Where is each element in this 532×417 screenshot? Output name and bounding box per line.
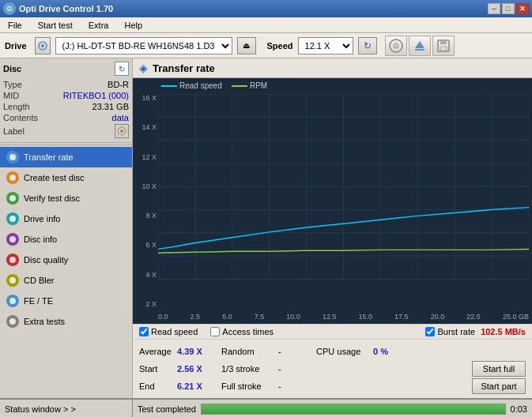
speed-refresh-button[interactable]: ↻	[358, 37, 377, 54]
svg-point-4	[395, 45, 397, 47]
svg-point-11	[120, 130, 123, 133]
svg-point-20	[9, 318, 16, 325]
svg-point-16	[9, 236, 16, 242]
menu-extra[interactable]: Extra	[84, 20, 114, 31]
nav-item-verify-test-disc[interactable]: Verify test disc	[0, 188, 132, 208]
nav-icon-4	[6, 233, 19, 246]
stroke13-value: -	[278, 364, 310, 374]
nav-label-4: Disc info	[24, 235, 57, 244]
nav-icon-1	[6, 171, 19, 184]
svg-rect-8	[440, 40, 447, 44]
svg-point-14	[9, 195, 16, 201]
disc-label-icon-button[interactable]	[115, 124, 129, 138]
title-bar: ⊙ Opti Drive Control 1.70 ─ □ ✕	[0, 0, 532, 17]
svg-point-19	[9, 298, 16, 304]
eject-button[interactable]: ⏏	[237, 37, 256, 54]
cb-burst-rate-input[interactable]	[425, 327, 435, 336]
nav-item-extra-tests[interactable]: Extra tests	[0, 311, 132, 332]
full-stroke-label: Full stroke	[215, 381, 278, 391]
stats-area: Average 4.39 X Random - CPU usage 0 % St…	[133, 340, 532, 398]
nav-icon-3	[6, 212, 19, 225]
speed-select[interactable]: 12.1 X	[298, 37, 353, 54]
disc-refresh-button[interactable]: ↻	[115, 62, 129, 76]
content-area: ◈ Transfer rate Read speed RPM 16 X 14 X	[133, 58, 532, 398]
cb-access-times-input[interactable]	[210, 327, 220, 336]
legend-read-label: Read speed	[179, 81, 222, 90]
menu-help[interactable]: Help	[119, 20, 147, 31]
disc-contents-label: Contents	[3, 113, 38, 122]
svg-marker-5	[415, 41, 424, 48]
start-part-button[interactable]: Start part	[472, 378, 526, 394]
drive-label: Drive	[5, 41, 27, 51]
status-window-button[interactable]: Status window > >	[5, 404, 76, 414]
drive-select[interactable]: (J:) HL-DT-ST BD-RE WH16NS48 1.D3	[55, 37, 232, 54]
random-value: -	[278, 347, 310, 356]
start-full-button[interactable]: Start full	[472, 361, 526, 377]
cb-access-times: Access times	[210, 327, 274, 336]
menu-start-test[interactable]: Start test	[33, 20, 77, 31]
legend-read-speed: Read speed	[161, 81, 222, 90]
nav-item-disc-info[interactable]: Disc info	[0, 229, 132, 250]
average-value: 4.39 X	[177, 347, 215, 356]
stats-row-average: Average 4.39 X Random - CPU usage 0 %	[139, 343, 526, 360]
svg-point-12	[9, 154, 16, 160]
nav-item-disc-quality[interactable]: Disc quality	[0, 250, 132, 270]
disc-type-label: Type	[3, 80, 22, 89]
nav-icon-5	[6, 254, 19, 266]
cb-read-speed: Read speed	[139, 327, 198, 336]
drive-icon	[35, 37, 51, 54]
nav-icon-0	[6, 151, 19, 163]
eject-icon-button[interactable]	[409, 36, 431, 56]
stroke13-label: 1/3 stroke	[215, 364, 278, 374]
nav-item-drive-info[interactable]: Drive info	[0, 208, 132, 229]
disc-length-value: 23.31 GB	[92, 102, 129, 111]
nav-label-1: Create test disc	[24, 173, 84, 182]
drive-bar: Drive (J:) HL-DT-ST BD-RE WH16NS48 1.D3 …	[0, 33, 532, 58]
start-value: 2.56 X	[177, 364, 215, 374]
disc-type-value: BD-R	[108, 80, 129, 89]
chart-title: Transfer rate	[153, 62, 215, 74]
close-button[interactable]: ✕	[516, 3, 529, 14]
legend-rpm-label: RPM	[250, 81, 267, 90]
nav-icon-8	[6, 315, 19, 328]
nav-item-fe--te[interactable]: FE / TE	[0, 291, 132, 311]
random-label: Random	[215, 347, 278, 356]
y-axis: 16 X 14 X 12 X 10 X 8 X 6 X 4 X 2 X	[133, 94, 158, 308]
menu-bar: File Start test Extra Help	[0, 17, 532, 33]
main-area: Disc ↻ Type BD-R MID RITEKBO1 (000) Leng…	[0, 58, 532, 398]
nav-label-3: Drive info	[24, 214, 60, 224]
nav-label-8: Extra tests	[24, 317, 65, 326]
status-right: Test completed 0:03	[133, 404, 532, 415]
burst-rate-value: 102.5 MB/s	[481, 327, 526, 336]
start-label: Start	[139, 364, 177, 374]
minimize-button[interactable]: ─	[488, 3, 500, 14]
cpu-usage-label: CPU usage	[310, 347, 373, 356]
chart-svg	[158, 94, 529, 280]
stats-row-end: End 6.21 X Full stroke - Start part	[139, 378, 526, 395]
menu-file[interactable]: File	[3, 20, 27, 31]
nav-item-create-test-disc[interactable]: Create test disc	[0, 167, 132, 188]
nav-item-transfer-rate[interactable]: Transfer rate	[0, 147, 132, 167]
svg-point-13	[9, 175, 16, 181]
chart-header: ◈ Transfer rate	[133, 58, 532, 78]
status-time: 0:03	[511, 404, 527, 414]
maximize-button[interactable]: □	[502, 3, 515, 14]
disc-icon-button[interactable]	[385, 36, 407, 56]
cb-read-speed-input[interactable]	[139, 327, 149, 336]
svg-rect-6	[415, 49, 424, 51]
nav-label-7: FE / TE	[24, 296, 53, 306]
full-stroke-value: -	[278, 381, 310, 391]
end-label: End	[139, 381, 177, 391]
end-value: 6.21 X	[177, 381, 215, 391]
sidebar: Disc ↻ Type BD-R MID RITEKBO1 (000) Leng…	[0, 58, 133, 398]
disc-length-label: Length	[3, 102, 30, 111]
nav-icon-6	[6, 274, 19, 287]
disc-panel: Disc ↻ Type BD-R MID RITEKBO1 (000) Leng…	[0, 58, 132, 143]
chart-legend: Read speed RPM	[161, 81, 267, 90]
status-left: Status window > >	[0, 400, 133, 417]
nav-item-cd-bler[interactable]: CD Bler	[0, 270, 132, 291]
save-icon-button[interactable]	[432, 36, 455, 56]
svg-point-15	[9, 216, 16, 222]
svg-point-1	[41, 44, 44, 47]
nav-label-0: Transfer rate	[24, 152, 74, 162]
